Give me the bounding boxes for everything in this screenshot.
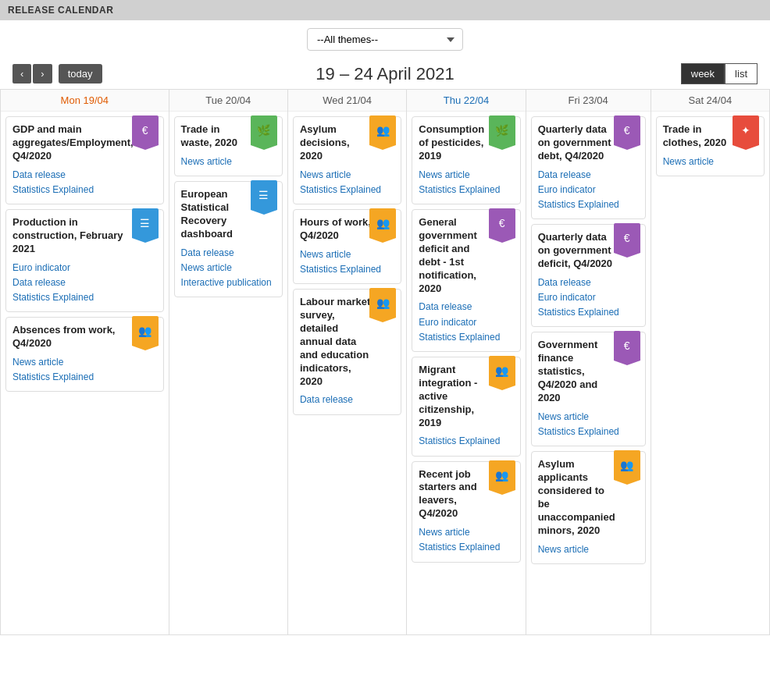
theme-select[interactable]: --All themes-- [307, 28, 463, 51]
cal-card: ☰Production in construction, February 20… [5, 209, 164, 312]
card-link[interactable]: Statistics Explained [12, 370, 157, 385]
card-link[interactable]: News article [181, 155, 276, 169]
card-icon: 🌿 [251, 115, 277, 145]
day-header-0: Mon 19/04 [1, 90, 169, 112]
view-buttons: week list [681, 63, 758, 84]
cal-card: €GDP and main aggregates/Employment, Q4/… [5, 116, 164, 204]
today-button[interactable]: today [59, 64, 102, 84]
day-col-5: Sat 24/04✦Trade in clothes, 2020News art… [651, 90, 770, 635]
card-link[interactable]: Data release [12, 275, 157, 290]
week-view-button[interactable]: week [681, 63, 725, 84]
nav-buttons: ‹ › today [12, 64, 102, 84]
card-link[interactable]: Statistics Explained [419, 540, 513, 555]
day-col-0: Mon 19/04€GDP and main aggregates/Employ… [1, 90, 169, 635]
card-link[interactable]: Data release [538, 275, 639, 290]
card-icon: € [132, 115, 159, 145]
card-link[interactable]: Data release [419, 300, 513, 314]
card-icon: ☰ [132, 208, 159, 238]
card-icon: 👥 [369, 115, 396, 145]
cal-card: €General government deficit and debt - 1… [412, 209, 520, 352]
card-link[interactable]: Euro indicator [12, 261, 157, 275]
cal-card: 🌿Consumption of pesticides, 2019News art… [412, 116, 520, 204]
app-title: RELEASE CALENDAR [8, 5, 113, 16]
card-link[interactable]: Statistics Explained [12, 183, 157, 197]
cal-card: €Quarterly data on government debt, Q4/2… [531, 116, 646, 219]
card-icon: 👥 [489, 356, 515, 386]
card-link[interactable]: Data release [12, 168, 157, 183]
card-icon: 👥 [614, 450, 640, 480]
card-link[interactable]: News article [181, 261, 276, 275]
card-link[interactable]: News article [538, 410, 639, 425]
card-icon: 👥 [132, 316, 159, 346]
cal-card: €Government finance statistics, Q4/2020 … [531, 332, 646, 446]
list-view-button[interactable]: list [725, 63, 758, 84]
day-col-4: Fri 23/04€Quarterly data on government d… [526, 90, 651, 635]
card-icon: € [614, 115, 640, 145]
app-header: RELEASE CALENDAR [0, 0, 770, 20]
card-icon: € [489, 208, 515, 238]
cal-card: 🌿Trade in waste, 2020News article [174, 116, 283, 176]
day-col-3: Thu 22/04🌿Consumption of pesticides, 201… [407, 90, 526, 635]
card-link[interactable]: News article [300, 168, 394, 183]
calendar-grid: Mon 19/04€GDP and main aggregates/Employ… [0, 89, 770, 635]
week-title: 19 – 24 April 2021 [315, 64, 454, 84]
cal-card: ☰European Statistical Recovery dashboard… [174, 181, 283, 297]
cal-card: 👥Asylum decisions, 2020News articleStati… [293, 116, 401, 204]
card-link[interactable]: Statistics Explained [538, 425, 639, 439]
card-link[interactable]: Statistics Explained [538, 197, 639, 212]
day-header-1: Tue 20/04 [169, 90, 287, 112]
card-link[interactable]: Data release [538, 168, 639, 183]
card-link[interactable]: Data release [181, 246, 276, 261]
card-icon: 👥 [489, 460, 515, 490]
cal-card: 👥Labour market survey, detailed annual d… [293, 289, 401, 414]
card-link[interactable]: Data release [300, 393, 394, 407]
day-items-1: 🌿Trade in waste, 2020News article☰Europe… [169, 112, 287, 302]
card-icon: ☰ [251, 180, 277, 210]
card-icon: 👥 [369, 288, 396, 318]
card-link[interactable]: News article [419, 168, 513, 183]
day-col-1: Tue 20/04🌿Trade in waste, 2020News artic… [169, 90, 288, 635]
card-link[interactable]: Euro indicator [419, 315, 513, 330]
cal-card: 👥Recent job starters and leavers, Q4/202… [412, 461, 520, 563]
card-link[interactable]: Euro indicator [538, 290, 639, 305]
card-link[interactable]: Statistics Explained [419, 434, 513, 449]
card-icon: ✦ [733, 115, 759, 145]
day-items-5: ✦Trade in clothes, 2020News article [651, 112, 769, 181]
card-link[interactable]: Statistics Explained [538, 305, 639, 320]
cal-card: 👥Migrant integration - active citizenshi… [412, 357, 520, 457]
day-header-2: Wed 21/04 [288, 90, 406, 112]
cal-card: 👥Hours of work, Q4/2020News articleStati… [293, 209, 401, 284]
nav-bar: ‹ › today 19 – 24 April 2021 week list [0, 59, 770, 89]
day-header-3: Thu 22/04 [407, 90, 525, 112]
day-items-2: 👥Asylum decisions, 2020News articleStati… [288, 112, 406, 420]
card-icon: € [614, 223, 640, 253]
cal-card: 👥Asylum applicants considered to be unac… [531, 451, 646, 564]
card-link[interactable]: Statistics Explained [12, 290, 157, 305]
day-items-4: €Quarterly data on government debt, Q4/2… [526, 112, 651, 569]
card-icon: 👥 [369, 208, 396, 238]
card-link[interactable]: Interactive publication [181, 275, 276, 290]
day-col-2: Wed 21/04👥Asylum decisions, 2020News art… [288, 90, 407, 635]
card-link[interactable]: News article [300, 247, 394, 262]
card-link[interactable]: Statistics Explained [419, 183, 513, 197]
card-link[interactable]: Statistics Explained [300, 262, 394, 277]
day-header-5: Sat 24/04 [651, 90, 769, 112]
card-link[interactable]: Statistics Explained [300, 183, 394, 197]
card-link[interactable]: Statistics Explained [419, 330, 513, 345]
cal-card: 👥Absences from work, Q4/2020News article… [5, 317, 164, 392]
card-link[interactable]: News article [663, 155, 758, 169]
card-link[interactable]: News article [419, 525, 513, 540]
card-icon: 🌿 [489, 115, 515, 145]
card-link[interactable]: News article [12, 355, 157, 370]
controls-bar: --All themes-- [0, 20, 770, 59]
cal-card: €Quarterly data on government deficit, Q… [531, 224, 646, 327]
day-items-3: 🌿Consumption of pesticides, 2019News art… [407, 112, 525, 567]
prev-button[interactable]: ‹ [12, 64, 31, 84]
cal-card: ✦Trade in clothes, 2020News article [656, 116, 765, 176]
card-icon: € [614, 331, 640, 361]
card-link[interactable]: News article [538, 542, 639, 557]
next-button[interactable]: › [33, 64, 52, 84]
day-items-0: €GDP and main aggregates/Employment, Q4/… [1, 112, 169, 396]
day-header-4: Fri 23/04 [526, 90, 651, 112]
card-link[interactable]: Euro indicator [538, 183, 639, 197]
